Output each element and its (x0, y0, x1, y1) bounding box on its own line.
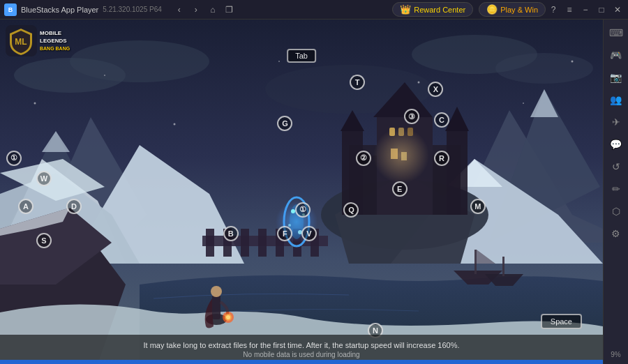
screenshot-sidebar-icon[interactable]: 📷 (606, 67, 627, 88)
app-icon: B (4, 3, 17, 16)
home-button[interactable]: ⌂ (205, 2, 220, 17)
puzzle-sidebar-icon[interactable]: ⬡ (606, 201, 627, 222)
tab-key-indicator: Tab (287, 49, 316, 63)
svg-rect-31 (433, 156, 447, 215)
titlebar-right: ? ≡ − □ ✕ (546, 2, 628, 17)
svg-rect-26 (342, 131, 363, 215)
airplane-sidebar-icon[interactable]: ✈ (606, 112, 627, 132)
minimize-button[interactable]: − (578, 2, 593, 17)
refresh-sidebar-icon[interactable]: ↺ (606, 156, 627, 177)
menu-button[interactable]: ≡ (562, 2, 577, 17)
game-view[interactable]: ML MOBILE LEGENDS BANG BANG Tab ① W A D … (0, 20, 603, 364)
svg-point-71 (418, 82, 420, 84)
forward-button[interactable]: › (188, 2, 204, 17)
svg-rect-33 (391, 149, 398, 159)
play-win-label: Play & Win (500, 6, 538, 14)
svg-rect-45 (258, 229, 267, 257)
loading-subtext: No mobile data is used during loading (243, 351, 359, 358)
svg-point-68 (104, 75, 105, 76)
svg-point-72 (523, 103, 524, 104)
svg-rect-28 (447, 131, 468, 215)
svg-rect-44 (241, 229, 249, 257)
right-sidebar: ⌨ 🎮 📷 👥 ✈ 💬 ↺ ✏ ⬡ ⚙ 9% (603, 20, 628, 364)
titlebar: B BlueStacks App Player 5.21.320.1025 P6… (0, 0, 628, 20)
svg-rect-37 (408, 128, 413, 136)
svg-rect-60 (502, 257, 504, 276)
ml-logo-text: MOBILE LEGENDS BANG BANG (40, 29, 70, 52)
svg-rect-62 (212, 295, 220, 319)
svg-point-73 (571, 61, 574, 63)
people-sidebar-icon[interactable]: 👥 (606, 89, 627, 110)
svg-point-66 (226, 315, 230, 319)
settings-sidebar-icon[interactable]: ⚙ (606, 223, 627, 244)
svg-rect-42 (206, 229, 214, 257)
svg-point-6 (495, 53, 593, 84)
svg-point-55 (298, 230, 302, 234)
titlebar-nav: ‹ › ⌂ ❐ (166, 2, 243, 17)
message-sidebar-icon[interactable]: 💬 (606, 134, 627, 155)
loading-message: It may take long to extract files for th… (143, 341, 459, 349)
svg-point-54 (288, 224, 291, 227)
close-button[interactable]: ✕ (610, 2, 625, 17)
svg-text:B: B (8, 6, 13, 13)
svg-rect-35 (389, 128, 395, 136)
titlebar-center: 👑 Reward Center 🪙 Play & Win (392, 2, 546, 17)
app-version-text: 5.21.320.1025 P64 (103, 6, 162, 13)
crown-icon: 👑 (400, 4, 411, 15)
gamepad-sidebar-icon[interactable]: 🎮 (606, 45, 627, 66)
coin-icon: 🪙 (486, 4, 498, 15)
reward-center-label: Reward Center (414, 6, 465, 14)
main-content: ML MOBILE LEGENDS BANG BANG Tab ① W A D … (0, 20, 628, 364)
app-title-text: BlueStacks App Player (21, 6, 98, 14)
back-button[interactable]: ‹ (172, 2, 187, 17)
svg-text:ML: ML (15, 37, 27, 47)
svg-point-70 (278, 61, 280, 62)
bluestacks-bottom-bar (0, 360, 603, 364)
svg-rect-36 (398, 128, 404, 136)
pencil-sidebar-icon[interactable]: ✏ (606, 179, 627, 199)
space-key-indicator: Space (541, 314, 582, 329)
progress-indicator: 9% (611, 351, 620, 361)
svg-point-69 (174, 123, 176, 126)
svg-rect-43 (223, 229, 232, 257)
help-button[interactable]: ? (546, 2, 561, 17)
maximize-button[interactable]: □ (594, 2, 609, 17)
ml-logo-icon: ML (6, 25, 37, 56)
game-logo: ML MOBILE LEGENDS BANG BANG (6, 25, 70, 56)
svg-point-53 (302, 213, 305, 216)
svg-point-4 (70, 40, 209, 82)
restore-button[interactable]: ❐ (222, 2, 237, 17)
svg-point-67 (34, 103, 36, 105)
svg-point-51 (276, 201, 317, 243)
svg-point-63 (211, 286, 222, 297)
svg-rect-57 (474, 250, 477, 274)
play-win-button[interactable]: 🪙 Play & Win (479, 2, 546, 17)
reward-center-button[interactable]: 👑 Reward Center (392, 2, 473, 17)
svg-rect-34 (401, 152, 407, 160)
titlebar-left: B BlueStacks App Player 5.21.320.1025 P6… (0, 2, 392, 17)
game-scene (0, 20, 603, 364)
keyboard-sidebar-icon[interactable]: ⌨ (606, 22, 627, 43)
svg-point-52 (291, 209, 295, 213)
svg-rect-30 (363, 156, 377, 215)
